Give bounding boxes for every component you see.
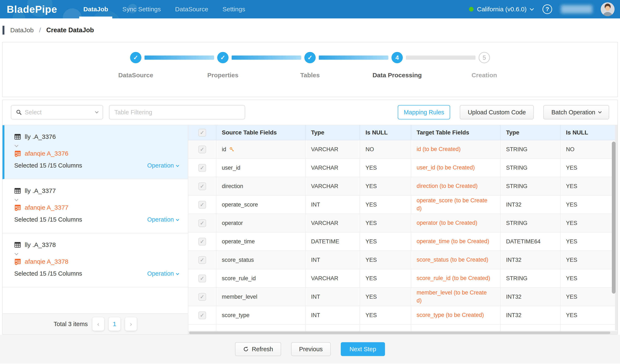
table-row: ✓ operator VAR — [188, 214, 618, 232]
row-checkbox[interactable]: ✓ — [198, 311, 206, 319]
prev-page-button[interactable]: ‹ — [92, 317, 104, 331]
target-field-name: score_type (to be Created) — [417, 311, 484, 319]
target-isnull-cell: YES — [560, 269, 618, 287]
row-checkbox-cell: ✓ — [188, 251, 216, 269]
filter-bar: Select Mapping Rules Upload Custom Code … — [2, 100, 618, 125]
source-field-cell: score_type — [216, 306, 306, 324]
table-header-row: ✓ Source Table Fields Type Is NULL Targe… — [188, 125, 618, 140]
mapping-rules-button[interactable]: Mapping Rules — [398, 105, 450, 119]
source-isnull-cell: YES — [360, 159, 411, 177]
help-icon[interactable]: ? — [542, 4, 552, 14]
table-pair-card[interactable]: lly .A_3376 — [2, 125, 188, 179]
previous-button[interactable]: Previous — [291, 342, 331, 356]
table-select-dropdown[interactable]: Select — [11, 105, 103, 119]
batch-operation-button[interactable]: Batch Operation — [543, 105, 609, 119]
refresh-icon — [243, 346, 249, 352]
brand-logo: BladePipe — [7, 3, 72, 15]
source-field-name: direction — [222, 183, 243, 190]
target-field-name: member_level (to be Created) — [417, 289, 490, 305]
source-table-row: lly .A_3376 — [14, 133, 179, 140]
table-row: ✓ operate_time — [188, 232, 618, 251]
chevron-down-icon — [95, 110, 99, 114]
source-field-cell: direction — [216, 177, 306, 195]
row-checkbox[interactable]: ✓ — [198, 238, 206, 245]
nav-item-datasource[interactable]: DataSource — [173, 0, 210, 18]
source-isnull-cell: YES — [360, 288, 411, 306]
row-checkbox[interactable]: ✓ — [198, 146, 206, 153]
card-footer: Selected 15 /15 Columns Operation — [14, 216, 179, 223]
horizontal-scrollbar-thumb[interactable] — [189, 332, 610, 334]
vertical-scrollbar-thumb[interactable] — [612, 142, 616, 294]
operation-dropdown[interactable]: Operation — [147, 216, 179, 223]
chevron-down-icon — [15, 143, 18, 147]
table-create-icon — [14, 204, 21, 211]
header-type: Type — [306, 125, 360, 140]
chevron-down-icon[interactable] — [530, 6, 534, 11]
target-type-cell: STRING — [501, 177, 560, 195]
target-field-cell: direction (to be Created) — [411, 177, 501, 195]
target-field-name: score_status (to be Created) — [417, 256, 488, 264]
row-checkbox[interactable]: ✓ — [198, 256, 206, 264]
operation-dropdown[interactable]: Operation — [147, 270, 179, 277]
row-checkbox[interactable]: ✓ — [198, 293, 206, 301]
table-row: ✓ id VARCHAR — [188, 140, 618, 159]
target-type-cell: STRING — [501, 269, 560, 287]
operation-label: Operation — [147, 162, 174, 169]
nav-item-datajob[interactable]: DataJob — [82, 0, 110, 18]
select-placeholder: Select — [25, 109, 42, 116]
chevron-down-icon — [15, 251, 18, 255]
table-pair-card[interactable]: lly .A_3378 — [2, 233, 188, 287]
nav-item-settings[interactable]: Settings — [221, 0, 247, 18]
target-field-cell: member_level (to be Created) — [411, 288, 501, 306]
target-table-row: afanqie A_3376 — [14, 150, 179, 157]
target-isnull-cell: YES — [560, 159, 618, 177]
operation-label: Operation — [147, 216, 174, 223]
table-create-icon — [14, 258, 21, 265]
target-field-cell: operator (to be Created) — [411, 214, 501, 232]
page-number-button[interactable]: 1 — [109, 317, 121, 331]
step-label: Data Processing — [372, 72, 422, 79]
card-footer: Selected 15 /15 Columns Operation — [14, 270, 179, 277]
target-type-cell: STRING — [501, 140, 560, 158]
expand-toggle[interactable] — [15, 144, 179, 147]
top-nav: BladePipe DataJob Sync Settings DataSour… — [0, 0, 620, 18]
row-checkbox[interactable]: ✓ — [198, 164, 206, 172]
target-type-cell: INT32 — [501, 251, 560, 269]
row-checkbox[interactable]: ✓ — [198, 219, 206, 227]
source-table-row: lly .A_3378 — [14, 241, 179, 248]
nav-item-sync-settings[interactable]: Sync Settings — [121, 0, 162, 18]
table-icon — [14, 133, 21, 140]
expand-toggle[interactable] — [15, 198, 179, 201]
operation-dropdown[interactable]: Operation — [147, 162, 179, 169]
source-type-cell: DATETIME — [306, 232, 360, 250]
target-isnull-cell: YES — [560, 288, 618, 306]
next-page-button[interactable]: › — [125, 317, 137, 331]
row-checkbox[interactable]: ✓ — [198, 201, 206, 209]
table-row-clipped — [188, 325, 618, 331]
header-checkbox-cell: ✓ — [188, 125, 216, 140]
row-checkbox[interactable]: ✓ — [198, 182, 206, 190]
table-filtering-input[interactable] — [109, 105, 245, 119]
breadcrumb-datajob[interactable]: DataJob — [10, 27, 34, 34]
expand-toggle[interactable] — [15, 252, 179, 256]
target-field-cell: score_status (to be Created) — [411, 251, 501, 269]
table-pair-card[interactable]: lly .A_3377 — [2, 179, 188, 233]
target-isnull-cell: YES — [560, 232, 618, 250]
target-table-name: afanqie A_3377 — [25, 204, 68, 211]
select-all-checkbox[interactable]: ✓ — [198, 129, 206, 136]
next-step-button[interactable]: Next Step — [341, 342, 385, 356]
avatar[interactable] — [601, 2, 615, 16]
upload-custom-code-button[interactable]: Upload Custom Code — [460, 105, 534, 119]
source-isnull-cell: YES — [360, 306, 411, 324]
source-table-name: lly .A_3378 — [25, 241, 56, 248]
card-footer: Selected 15 /15 Columns Operation — [14, 162, 179, 169]
header-target-is-null: Is NULL — [560, 125, 618, 140]
header-target-fields: Target Table Fields — [411, 125, 501, 140]
horizontal-scrollbar — [188, 331, 618, 334]
refresh-button[interactable]: Refresh — [235, 342, 281, 356]
row-checkbox[interactable]: ✓ — [198, 274, 206, 282]
table-body: ✓ id VARCHAR — [188, 140, 618, 325]
region-selector[interactable]: California (v0.6.0) — [477, 6, 527, 13]
row-checkbox-cell: ✓ — [188, 177, 216, 195]
field-mapping-table: ✓ Source Table Fields Type Is NULL Targe… — [188, 125, 618, 334]
